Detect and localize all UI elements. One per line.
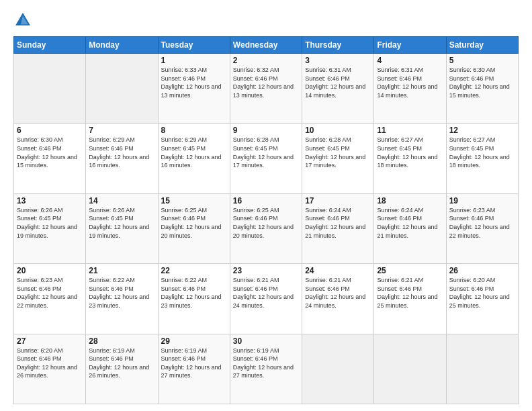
day-info: Sunrise: 6:23 AMSunset: 6:46 PMDaylight:…	[17, 276, 83, 310]
day-number: 6	[17, 126, 83, 135]
day-info: Sunrise: 6:27 AMSunset: 6:45 PMDaylight:…	[377, 136, 443, 169]
day-info: Sunrise: 6:23 AMSunset: 6:46 PMDaylight:…	[449, 206, 515, 240]
calendar-cell: 18Sunrise: 6:24 AMSunset: 6:46 PMDayligh…	[374, 193, 446, 263]
day-number: 7	[89, 126, 154, 135]
weekday-header-wednesday: Wednesday	[230, 37, 302, 54]
day-number: 22	[161, 266, 227, 275]
calendar-cell	[86, 54, 158, 124]
day-info: Sunrise: 6:28 AMSunset: 6:45 PMDaylight:…	[305, 136, 371, 169]
calendar-cell	[302, 334, 374, 404]
day-info: Sunrise: 6:30 AMSunset: 6:46 PMDaylight:…	[17, 136, 83, 169]
day-info: Sunrise: 6:28 AMSunset: 6:45 PMDaylight:…	[233, 136, 299, 169]
calendar-cell: 14Sunrise: 6:26 AMSunset: 6:45 PMDayligh…	[86, 193, 158, 263]
day-number: 28	[89, 336, 154, 346]
day-number: 4	[377, 56, 443, 65]
day-number: 27	[17, 336, 83, 346]
day-info: Sunrise: 6:33 AMSunset: 6:46 PMDaylight:…	[161, 66, 227, 99]
day-number: 29	[161, 336, 227, 346]
week-row-4: 20Sunrise: 6:23 AMSunset: 6:46 PMDayligh…	[14, 264, 519, 334]
day-info: Sunrise: 6:19 AMSunset: 6:46 PMDaylight:…	[233, 347, 299, 380]
day-number: 10	[305, 126, 371, 135]
day-number: 20	[17, 266, 83, 275]
day-number: 1	[161, 56, 227, 65]
day-info: Sunrise: 6:25 AMSunset: 6:46 PMDaylight:…	[233, 206, 299, 240]
week-row-5: 27Sunrise: 6:20 AMSunset: 6:46 PMDayligh…	[14, 334, 519, 404]
weekday-header-friday: Friday	[374, 37, 446, 54]
day-info: Sunrise: 6:25 AMSunset: 6:46 PMDaylight:…	[161, 206, 227, 240]
day-info: Sunrise: 6:27 AMSunset: 6:45 PMDaylight:…	[449, 136, 515, 169]
calendar-cell: 26Sunrise: 6:20 AMSunset: 6:46 PMDayligh…	[446, 264, 518, 334]
calendar-cell: 30Sunrise: 6:19 AMSunset: 6:46 PMDayligh…	[230, 334, 302, 404]
weekday-header-row: SundayMondayTuesdayWednesdayThursdayFrid…	[14, 37, 519, 54]
day-info: Sunrise: 6:19 AMSunset: 6:46 PMDaylight:…	[161, 347, 227, 380]
calendar-cell: 27Sunrise: 6:20 AMSunset: 6:46 PMDayligh…	[14, 334, 86, 404]
day-number: 3	[305, 56, 371, 65]
calendar-cell	[446, 334, 518, 404]
weekday-header-sunday: Sunday	[14, 37, 86, 54]
day-number: 11	[377, 126, 443, 135]
day-info: Sunrise: 6:29 AMSunset: 6:45 PMDaylight:…	[161, 136, 227, 169]
calendar-cell: 7Sunrise: 6:29 AMSunset: 6:46 PMDaylight…	[86, 124, 158, 193]
header	[13, 11, 519, 30]
calendar-cell: 9Sunrise: 6:28 AMSunset: 6:45 PMDaylight…	[230, 124, 302, 193]
day-info: Sunrise: 6:21 AMSunset: 6:46 PMDaylight:…	[305, 276, 371, 310]
day-number: 26	[449, 266, 515, 275]
day-info: Sunrise: 6:19 AMSunset: 6:46 PMDaylight:…	[89, 347, 154, 380]
calendar-cell: 24Sunrise: 6:21 AMSunset: 6:46 PMDayligh…	[302, 264, 374, 334]
week-row-2: 6Sunrise: 6:30 AMSunset: 6:46 PMDaylight…	[14, 124, 519, 193]
day-number: 18	[377, 196, 443, 205]
day-number: 25	[377, 266, 443, 275]
day-info: Sunrise: 6:32 AMSunset: 6:46 PMDaylight:…	[233, 66, 299, 99]
day-number: 14	[89, 196, 154, 205]
calendar-cell: 12Sunrise: 6:27 AMSunset: 6:45 PMDayligh…	[446, 124, 518, 193]
weekday-header-saturday: Saturday	[446, 37, 518, 54]
day-info: Sunrise: 6:30 AMSunset: 6:46 PMDaylight:…	[449, 66, 515, 99]
day-number: 23	[233, 266, 299, 275]
calendar-cell: 5Sunrise: 6:30 AMSunset: 6:46 PMDaylight…	[446, 54, 518, 124]
day-number: 9	[233, 126, 299, 135]
day-info: Sunrise: 6:29 AMSunset: 6:46 PMDaylight:…	[89, 136, 154, 169]
calendar-cell: 4Sunrise: 6:31 AMSunset: 6:46 PMDaylight…	[374, 54, 446, 124]
day-info: Sunrise: 6:22 AMSunset: 6:46 PMDaylight:…	[89, 276, 154, 310]
day-info: Sunrise: 6:24 AMSunset: 6:46 PMDaylight:…	[305, 206, 371, 240]
day-number: 30	[233, 336, 299, 346]
calendar-cell: 19Sunrise: 6:23 AMSunset: 6:46 PMDayligh…	[446, 193, 518, 263]
logo-icon	[13, 11, 32, 30]
calendar-cell: 23Sunrise: 6:21 AMSunset: 6:46 PMDayligh…	[230, 264, 302, 334]
weekday-header-tuesday: Tuesday	[158, 37, 230, 54]
day-info: Sunrise: 6:20 AMSunset: 6:46 PMDaylight:…	[17, 347, 83, 380]
day-number: 8	[161, 126, 227, 135]
calendar-cell	[374, 334, 446, 404]
day-info: Sunrise: 6:22 AMSunset: 6:46 PMDaylight:…	[161, 276, 227, 310]
day-info: Sunrise: 6:24 AMSunset: 6:46 PMDaylight:…	[377, 206, 443, 240]
day-number: 21	[89, 266, 154, 275]
calendar-cell: 15Sunrise: 6:25 AMSunset: 6:46 PMDayligh…	[158, 193, 230, 263]
calendar-cell: 20Sunrise: 6:23 AMSunset: 6:46 PMDayligh…	[14, 264, 86, 334]
day-number: 17	[305, 196, 371, 205]
day-info: Sunrise: 6:20 AMSunset: 6:46 PMDaylight:…	[449, 276, 515, 310]
weekday-header-thursday: Thursday	[302, 37, 374, 54]
day-number: 5	[449, 56, 515, 65]
calendar-cell: 6Sunrise: 6:30 AMSunset: 6:46 PMDaylight…	[14, 124, 86, 193]
calendar-cell: 8Sunrise: 6:29 AMSunset: 6:45 PMDaylight…	[158, 124, 230, 193]
day-info: Sunrise: 6:31 AMSunset: 6:46 PMDaylight:…	[305, 66, 371, 99]
logo	[13, 11, 35, 30]
day-info: Sunrise: 6:31 AMSunset: 6:46 PMDaylight:…	[377, 66, 443, 99]
calendar-cell: 21Sunrise: 6:22 AMSunset: 6:46 PMDayligh…	[86, 264, 158, 334]
calendar-table: SundayMondayTuesdayWednesdayThursdayFrid…	[13, 36, 519, 404]
calendar-cell: 3Sunrise: 6:31 AMSunset: 6:46 PMDaylight…	[302, 54, 374, 124]
calendar-cell	[14, 54, 86, 124]
calendar-cell: 25Sunrise: 6:21 AMSunset: 6:46 PMDayligh…	[374, 264, 446, 334]
day-info: Sunrise: 6:26 AMSunset: 6:45 PMDaylight:…	[17, 206, 83, 240]
week-row-1: 1Sunrise: 6:33 AMSunset: 6:46 PMDaylight…	[14, 54, 519, 124]
day-number: 16	[233, 196, 299, 205]
day-info: Sunrise: 6:21 AMSunset: 6:46 PMDaylight:…	[377, 276, 443, 310]
day-number: 24	[305, 266, 371, 275]
calendar-cell: 28Sunrise: 6:19 AMSunset: 6:46 PMDayligh…	[86, 334, 158, 404]
day-info: Sunrise: 6:21 AMSunset: 6:46 PMDaylight:…	[233, 276, 299, 310]
day-number: 15	[161, 196, 227, 205]
day-info: Sunrise: 6:26 AMSunset: 6:45 PMDaylight:…	[89, 206, 154, 240]
calendar-cell: 16Sunrise: 6:25 AMSunset: 6:46 PMDayligh…	[230, 193, 302, 263]
calendar-cell: 11Sunrise: 6:27 AMSunset: 6:45 PMDayligh…	[374, 124, 446, 193]
calendar-cell: 17Sunrise: 6:24 AMSunset: 6:46 PMDayligh…	[302, 193, 374, 263]
